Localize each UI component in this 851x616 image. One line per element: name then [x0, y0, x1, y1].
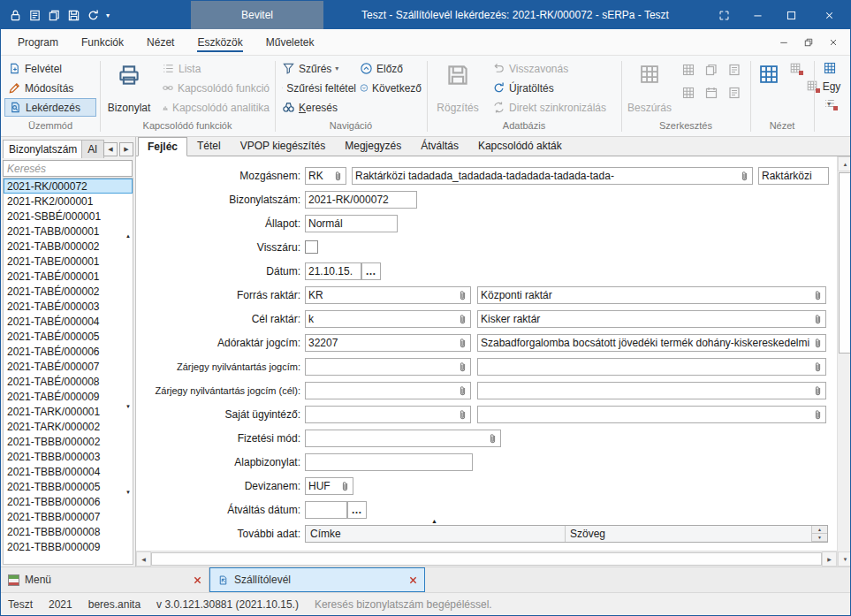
- qat-dropdown-icon[interactable]: ▾: [106, 11, 110, 19]
- search-input[interactable]: [3, 160, 133, 177]
- ribbon-button-rogzites[interactable]: Rögzítés: [432, 58, 483, 117]
- ribbon-button-kereses[interactable]: Keresés: [278, 98, 353, 117]
- list-item[interactable]: 2021-TBBB/000008: [4, 524, 133, 539]
- view-option-icon[interactable]: [789, 61, 803, 75]
- paperclip-icon[interactable]: [458, 290, 467, 301]
- list-item[interactable]: 2021-TBBB/000006: [4, 494, 133, 509]
- list-item[interactable]: 2021-RK/000072: [4, 179, 133, 194]
- sajat-ugyintezo-name-field[interactable]: [477, 406, 826, 423]
- list-item[interactable]: 2021-TABÉ/000009: [4, 389, 133, 404]
- list-item[interactable]: 2021-TARK/000001: [4, 404, 133, 419]
- paperclip-icon[interactable]: [813, 338, 823, 349]
- tab-bizonylatszam[interactable]: Bizonylatszám: [3, 140, 82, 158]
- mdi-close-button[interactable]: [822, 33, 845, 52]
- atvaltas-datum-ellipsis-button[interactable]: …: [347, 501, 367, 519]
- list-item[interactable]: 2021-TABÉ/000005: [4, 329, 133, 344]
- list-item[interactable]: 2021-TABB/000002: [4, 239, 133, 254]
- list-item[interactable]: 2021-TABB/000001: [4, 224, 133, 239]
- list-item[interactable]: 2021-TBBB/000003: [4, 449, 133, 464]
- ribbon-button-bizonylat[interactable]: Bizonylat: [103, 58, 155, 117]
- grid-column-szoveg[interactable]: Szöveg: [566, 526, 812, 542]
- main-tab[interactable]: VPOP kiegészítés: [231, 136, 336, 156]
- ribbon-button-szures[interactable]: Szűrés ▾: [278, 59, 353, 78]
- grid-column-cimke[interactable]: Címke: [306, 526, 566, 542]
- vertical-scrollbar[interactable]: ▲ ▼: [837, 156, 851, 567]
- list-item[interactable]: 2021-TBBB/000002: [4, 434, 133, 449]
- zarjegy-jogcim-cel-code-field[interactable]: [305, 382, 471, 399]
- list-item[interactable]: 2021-TBBB/000005: [4, 479, 133, 494]
- cel-raktar-code-field[interactable]: k: [305, 310, 471, 328]
- list-item[interactable]: 2021-TABÉ/000007: [4, 359, 133, 374]
- fullscreen-button[interactable]: [707, 1, 741, 29]
- grid-scroll-up-icon[interactable]: ▲: [812, 526, 827, 534]
- paperclip-icon[interactable]: [458, 314, 467, 325]
- list-item[interactable]: 2021-TABÉ/000008: [4, 374, 133, 389]
- grid-scroll-down-icon[interactable]: ▼: [812, 534, 827, 542]
- lock-icon[interactable]: [9, 9, 22, 22]
- list-item[interactable]: 2021-TABÉ/000001: [4, 269, 133, 284]
- ribbon-button-ujratoltes[interactable]: Újratöltés: [489, 79, 618, 97]
- egyeb-group-icon[interactable]: [823, 61, 837, 75]
- paperclip-icon[interactable]: [458, 385, 467, 397]
- forras-raktar-name-field[interactable]: Központi raktár: [477, 286, 826, 304]
- devizanem-field[interactable]: HUF: [305, 477, 353, 495]
- list-item[interactable]: 2021-TABÉ/000002: [4, 284, 133, 299]
- tab-scroll-right-icon[interactable]: ▶: [119, 142, 133, 156]
- menu-eszkozok[interactable]: Eszközök: [186, 29, 254, 56]
- list-item[interactable]: 2021-TABE/000001: [4, 254, 133, 269]
- tab-alternativ[interactable]: Al: [81, 140, 104, 158]
- calendar-icon[interactable]: [704, 86, 718, 100]
- main-tab[interactable]: Fejléc: [138, 137, 187, 156]
- paperclip-icon[interactable]: [740, 171, 749, 182]
- cel-raktar-name-field[interactable]: Kisker raktár: [477, 310, 826, 328]
- paperclip-icon[interactable]: [458, 338, 467, 349]
- list-item[interactable]: 2021-TABÉ/000003: [4, 299, 133, 314]
- main-tab[interactable]: Kapcsolódó akták: [468, 136, 572, 156]
- ribbon-button-modositas[interactable]: Módosítás: [4, 79, 96, 97]
- close-tab-icon[interactable]: [409, 576, 417, 584]
- paperclip-icon[interactable]: [813, 361, 823, 373]
- ribbon-button-felvetel[interactable]: Felvétel: [4, 59, 96, 78]
- ribbon-button-elozo[interactable]: Előző: [356, 59, 425, 78]
- mdi-restore-button[interactable]: [797, 33, 820, 52]
- table-icon[interactable]: [681, 86, 695, 100]
- paste-icon[interactable]: [727, 63, 741, 77]
- list-item[interactable]: 2021-TABÉ/000004: [4, 314, 133, 329]
- list-item[interactable]: 2021-TBBB/000007: [4, 509, 133, 524]
- allapot-field[interactable]: Normál: [305, 215, 398, 232]
- zarjegy-jogcim-cel-name-field[interactable]: [477, 382, 826, 399]
- chevron-down-icon[interactable]: ▾: [827, 100, 831, 108]
- scroll-down-icon[interactable]: ▼: [838, 551, 851, 567]
- vertical-scrollbar-thumb[interactable]: [839, 172, 851, 354]
- minimize-button[interactable]: [741, 1, 774, 29]
- paperclip-icon[interactable]: [813, 409, 823, 421]
- menu-nezet[interactable]: Nézet: [135, 29, 186, 56]
- main-tab[interactable]: Megjegyzés: [335, 136, 411, 156]
- bookmark-down-icon[interactable]: ▼: [125, 489, 131, 496]
- close-tab-icon[interactable]: [194, 576, 201, 584]
- ribbon-button-kovetkezo[interactable]: Következő: [356, 79, 425, 97]
- grid-view-icon[interactable]: [757, 63, 780, 86]
- mozgasnem-code-field[interactable]: RK: [305, 167, 346, 185]
- paperclip-icon[interactable]: [458, 409, 467, 421]
- ribbon-button-kapcsolodo-funkcio[interactable]: Kapcsolódó funkció: [158, 79, 273, 97]
- ribbon-button-lista[interactable]: Lista: [158, 59, 273, 78]
- save-icon[interactable]: [67, 9, 80, 22]
- scroll-right-icon[interactable]: ▶: [822, 551, 837, 567]
- insert-row-icon[interactable]: [681, 63, 695, 77]
- mozgasnem-type-field[interactable]: Raktárközi: [758, 167, 829, 185]
- adoraktar-jogcim-code-field[interactable]: 32207: [305, 334, 471, 352]
- paperclip-icon[interactable]: [340, 481, 350, 492]
- ribbon-button-beszuras[interactable]: Beszúrás: [625, 58, 674, 117]
- horizontal-scrollbar-thumb[interactable]: [151, 552, 822, 566]
- adoraktar-jogcim-name-field[interactable]: Szabadforgalomba bocsátott jövedéki term…: [477, 334, 826, 352]
- zarjegy-jogcim-code-field[interactable]: [305, 358, 471, 376]
- list-item[interactable]: 2021-TBBB/000009: [4, 539, 133, 554]
- list-item[interactable]: 2021-SBBÉ/000001: [4, 209, 133, 224]
- document-icon[interactable]: [727, 86, 741, 100]
- mode-chip[interactable]: Bevitel: [191, 1, 323, 29]
- visszaru-checkbox[interactable]: [305, 240, 318, 254]
- paperclip-icon[interactable]: [333, 171, 343, 182]
- forras-raktar-code-field[interactable]: KR: [305, 286, 471, 304]
- fizetesi-mod-field[interactable]: [305, 430, 501, 447]
